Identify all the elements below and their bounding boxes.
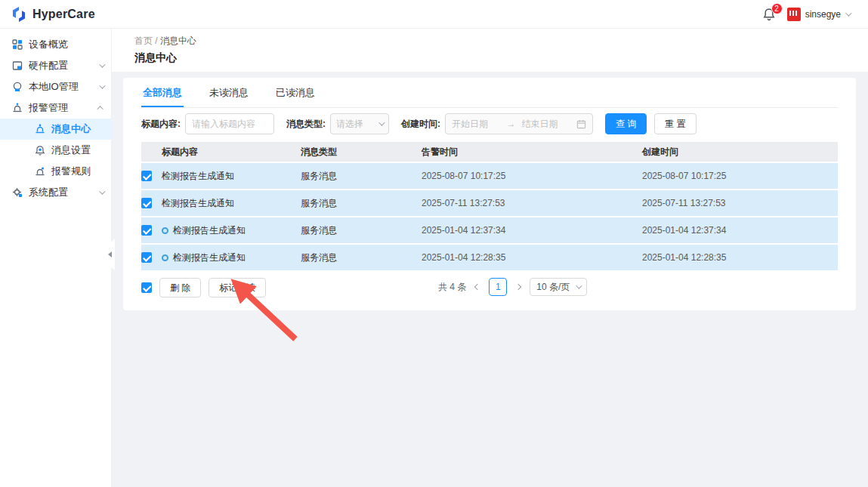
chevron-down-icon: [378, 119, 385, 125]
sidebar-item-label: 硬件配置: [29, 59, 99, 72]
app-window: HyperCare 2 sinsegye: [0, 0, 868, 487]
date-start-placeholder: 开始日期: [452, 118, 501, 131]
mark-read-button[interactable]: 标记已读: [209, 278, 266, 297]
search-button[interactable]: 查 询: [605, 113, 647, 134]
col-header-type: 消息类型: [301, 146, 422, 159]
sidebar-item-alarm-rules[interactable]: 报警规则: [0, 161, 111, 182]
username: sinsegye: [805, 9, 841, 20]
sidebar-item-hardware-config[interactable]: 硬件配置: [0, 55, 111, 76]
breadcrumb-current: 消息中心: [160, 35, 196, 46]
tab-read-messages[interactable]: 已读消息: [274, 85, 317, 107]
calendar-icon: [576, 119, 586, 129]
date-range-picker[interactable]: 开始日期 → 结束日期: [445, 113, 593, 134]
chevron-down-icon: [845, 10, 851, 16]
unread-dot-icon: [162, 254, 168, 261]
breadcrumb-home[interactable]: 首页: [134, 35, 153, 46]
tab-unread-messages[interactable]: 未读消息: [208, 85, 250, 107]
sidebar-item-label: 消息中心: [51, 122, 103, 136]
table-row[interactable]: 检测报告生成通知 服务消息 2025-07-11 13:27:53 2025-0…: [141, 190, 838, 216]
row-created-time: 2025-01-04 12:28:35: [642, 252, 838, 263]
sidebar-item-label: 设备概览: [29, 38, 103, 51]
chevron-down-icon: [576, 282, 582, 288]
filter-bar: 标题内容: 消息类型: 请选择 创建时间: 开始日期 → 结束日期: [141, 113, 838, 134]
pagination-total: 共 4 条: [438, 281, 466, 294]
message-tabs: 全部消息 未读消息 已读消息: [141, 78, 838, 108]
top-header: HyperCare 2 sinsegye: [0, 0, 868, 29]
current-page-button[interactable]: 1: [489, 278, 507, 296]
row-title: 检测报告生成通知: [173, 224, 246, 237]
message-center-icon: [35, 124, 45, 134]
row-title: 检测报告生成通知: [162, 170, 234, 183]
alarm-siren-icon: [12, 103, 23, 113]
sidebar-item-message-settings[interactable]: 消息设置: [0, 140, 111, 161]
row-type: 服务消息: [301, 224, 422, 237]
date-end-placeholder: 结束日期: [522, 118, 571, 131]
messages-table: 标题内容 消息类型 告警时间 创建时间 检测报告生成通知 服务消息 2025-0…: [141, 142, 838, 270]
col-header-created-time: 创建时间: [642, 146, 838, 159]
chevron-down-icon: [99, 188, 105, 194]
row-title: 检测报告生成通知: [162, 197, 234, 210]
type-filter-label: 消息类型:: [286, 118, 326, 131]
chevron-down-icon: [99, 61, 105, 67]
table-row[interactable]: 检测报告生成通知 服务消息 2025-08-07 10:17:25 2025-0…: [141, 163, 838, 189]
breadcrumb: 首页 / 消息中心: [134, 35, 868, 48]
reset-button[interactable]: 重 置: [654, 113, 696, 134]
brand-name: HyperCare: [32, 8, 95, 21]
page-title: 消息中心: [134, 51, 868, 65]
col-header-alarm-time: 告警时间: [422, 146, 642, 159]
notification-bell-button[interactable]: 2: [761, 7, 777, 22]
main-content: 首页 / 消息中心 消息中心 全部消息 未读消息 已读消息 标题内容: 消息类型…: [112, 29, 868, 487]
chevron-right-icon: [515, 284, 521, 290]
sidebar-item-device-overview[interactable]: 设备概览: [0, 34, 111, 55]
page-size-value: 10 条/页: [536, 281, 570, 294]
row-alarm-time: 2025-08-07 10:17:25: [422, 171, 642, 181]
page-header: 首页 / 消息中心 消息中心: [112, 29, 868, 72]
alarm-rules-icon: [35, 166, 45, 177]
row-alarm-time: 2025-07-11 13:27:53: [422, 198, 642, 208]
row-created-time: 2025-01-04 12:37:34: [642, 225, 838, 236]
table-header-row: 标题内容 消息类型 告警时间 创建时间: [141, 142, 838, 162]
tab-all-messages[interactable]: 全部消息: [141, 85, 184, 107]
user-menu[interactable]: sinsegye: [787, 8, 850, 21]
row-checkbox[interactable]: [141, 225, 152, 236]
header-actions: 2 sinsegye: [761, 7, 850, 22]
time-filter-label: 创建时间:: [401, 118, 440, 131]
chevron-down-icon: [99, 82, 105, 88]
next-page-button[interactable]: [514, 285, 522, 289]
col-header-title: 标题内容: [156, 146, 301, 159]
sidebar-item-local-io[interactable]: 本地IO管理: [0, 76, 111, 97]
sidebar-item-label: 报警管理: [29, 101, 99, 115]
page-size-select[interactable]: 10 条/页: [530, 278, 587, 296]
hardware-icon: [12, 60, 23, 71]
delete-button[interactable]: 删 除: [159, 278, 201, 297]
sidebar-item-alarm-management[interactable]: 报警管理: [0, 97, 111, 119]
type-filter-select[interactable]: 请选择: [330, 113, 389, 134]
type-select-placeholder: 请选择: [336, 118, 363, 131]
table-row[interactable]: 检测报告生成通知 服务消息 2025-01-04 12:37:34 2025-0…: [141, 217, 838, 243]
row-checkbox[interactable]: [141, 171, 152, 181]
system-gear-icon: [12, 187, 23, 198]
table-footer: 删 除 标记已读 共 4 条 1 10 条/页: [141, 277, 838, 298]
hypercare-logo-icon: [11, 6, 27, 23]
sidebar-item-system-config[interactable]: 系统配置: [0, 182, 111, 203]
local-io-icon: [12, 82, 23, 92]
devices-grid-icon: [12, 39, 23, 50]
user-avatar: [787, 8, 801, 21]
row-checkbox[interactable]: [141, 252, 152, 263]
sidebar-item-message-center[interactable]: 消息中心: [0, 119, 111, 140]
sidebar-item-label: 本地IO管理: [29, 80, 99, 94]
brand: HyperCare: [11, 6, 95, 23]
message-settings-bell-icon: [35, 145, 45, 156]
select-all-checkbox[interactable]: [141, 282, 152, 293]
row-checkbox[interactable]: [141, 198, 152, 208]
sidebar-item-label: 消息设置: [51, 143, 103, 157]
chevron-left-icon: [474, 284, 480, 290]
sidebar-item-label: 报警规则: [51, 165, 103, 178]
row-alarm-time: 2025-01-04 12:28:35: [422, 252, 642, 263]
message-center-card: 全部消息 未读消息 已读消息 标题内容: 消息类型: 请选择 创建时间: 开始日…: [123, 78, 856, 310]
title-filter-input[interactable]: [185, 113, 274, 134]
notification-count-badge: 2: [771, 3, 783, 14]
table-row[interactable]: 检测报告生成通知 服务消息 2025-01-04 12:28:35 2025-0…: [141, 245, 838, 270]
prev-page-button[interactable]: [474, 285, 481, 289]
row-created-time: 2025-07-11 13:27:53: [642, 198, 838, 208]
